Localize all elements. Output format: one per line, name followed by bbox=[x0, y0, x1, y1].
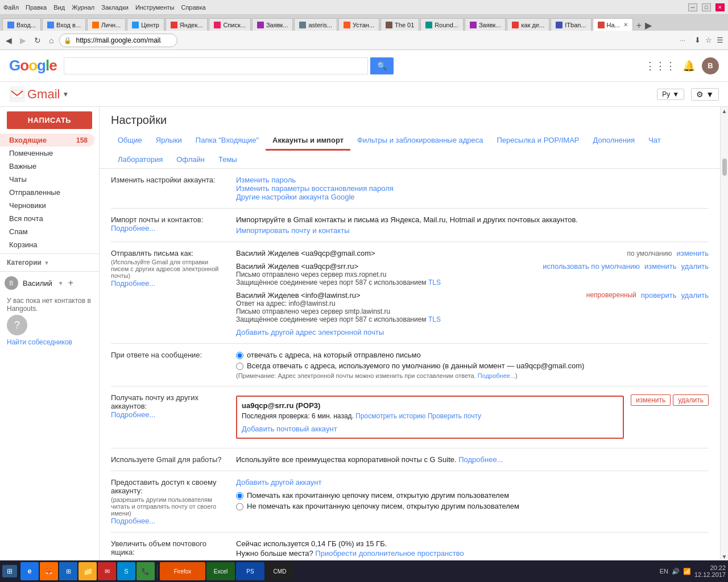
menu-help[interactable]: Справка bbox=[181, 4, 205, 11]
other-google-settings-link[interactable]: Другие настройки аккаунта Google bbox=[236, 193, 355, 201]
change-password-link[interactable]: Изменить пароль bbox=[236, 176, 296, 184]
tab-inbox[interactable]: Папка "Входящие" bbox=[189, 131, 266, 151]
tab-general[interactable]: Общие bbox=[111, 131, 149, 151]
scroll-tabs-right[interactable]: ▶ bbox=[645, 20, 652, 31]
menu-tools[interactable]: Инструменты bbox=[135, 4, 175, 11]
reply-more-link[interactable]: Подробнее... bbox=[478, 372, 515, 379]
browser-tab-4[interactable]: Яндек... bbox=[166, 18, 208, 31]
home-button[interactable]: ⌂ bbox=[47, 35, 56, 46]
tab-themes[interactable]: Темы bbox=[212, 151, 244, 168]
apps-icon[interactable]: ⋮⋮⋮ bbox=[645, 60, 676, 72]
gmail-logo[interactable]: Gmail ▼ bbox=[9, 86, 69, 102]
browser-tab-11[interactable]: Заявк... bbox=[465, 18, 506, 31]
sidebar-item-inbox[interactable]: Входящие 158 bbox=[0, 134, 94, 147]
close-button[interactable]: ✕ bbox=[715, 3, 725, 11]
account-2-default-link[interactable]: использовать по умолчанию bbox=[543, 262, 640, 271]
browser-tab-6[interactable]: Заявк... bbox=[252, 18, 293, 31]
tls-link-2[interactable]: TLS bbox=[428, 278, 441, 286]
search-button[interactable]: 🔍 bbox=[370, 57, 394, 74]
menu-icon[interactable]: ☰ bbox=[715, 35, 725, 45]
compose-button[interactable]: НАПИСАТЬ bbox=[7, 111, 92, 129]
url-bar[interactable] bbox=[59, 34, 177, 47]
language-selector[interactable]: Ру ▼ bbox=[657, 89, 684, 100]
bookmark-star-icon[interactable]: ☆ bbox=[704, 35, 713, 45]
tls-link-3[interactable]: TLS bbox=[428, 315, 441, 323]
tab-close-icon[interactable]: ✕ bbox=[623, 22, 628, 28]
back-button[interactable]: ◀ bbox=[3, 35, 14, 46]
account-3-verify-link[interactable]: проверить bbox=[641, 291, 677, 300]
browser-tab-5[interactable]: Списк... bbox=[209, 18, 251, 31]
browser-tab-9[interactable]: The 01 bbox=[380, 18, 419, 31]
user-avatar[interactable]: В bbox=[702, 57, 719, 74]
sidebar-item-sent[interactable]: Отправленные bbox=[0, 186, 94, 199]
import-action-link[interactable]: Импортировать почту и контакты bbox=[236, 226, 349, 235]
gmail-dropdown-icon[interactable]: ▼ bbox=[62, 90, 69, 98]
scrollbar[interactable]: ▲ ▼ bbox=[720, 107, 728, 560]
receive-change-button[interactable]: изменить bbox=[631, 394, 671, 406]
add-mail-account-link[interactable]: Добавить почтовый аккаунт bbox=[242, 425, 337, 433]
receive-more-link[interactable]: Подробнее... bbox=[111, 410, 155, 419]
tab-chat[interactable]: Чат bbox=[642, 131, 668, 151]
add-email-address-link[interactable]: Добавить другой адрес электронной почты bbox=[236, 328, 384, 336]
send-as-more-link[interactable]: Подробнее... bbox=[111, 279, 155, 288]
settings-gear-button[interactable]: ⚙ ▼ bbox=[691, 88, 719, 101]
sidebar-item-trash[interactable]: Корзина bbox=[0, 238, 94, 251]
tab-addons[interactable]: Дополнения bbox=[586, 131, 642, 151]
account-3-delete-link[interactable]: удалить bbox=[681, 291, 709, 300]
sidebar-item-spam[interactable]: Спам bbox=[0, 225, 94, 238]
add-another-account-link[interactable]: Добавить другой аккаунт bbox=[236, 478, 321, 487]
download-icon[interactable]: ⬇ bbox=[693, 35, 702, 45]
browser-tab-7[interactable]: asteris... bbox=[294, 18, 337, 31]
grant-radio-1-input[interactable] bbox=[236, 492, 243, 500]
add-contact-button[interactable]: + bbox=[68, 278, 73, 288]
browser-tab-0[interactable]: Вход... bbox=[2, 18, 41, 31]
scrollbar-thumb[interactable] bbox=[722, 159, 727, 176]
receive-delete-button[interactable]: удалить bbox=[673, 394, 709, 406]
browser-tab-8[interactable]: Устан... bbox=[338, 18, 379, 31]
check-mail-link[interactable]: Проверить почту bbox=[428, 412, 481, 420]
account-2-change-link[interactable]: изменить bbox=[644, 262, 677, 271]
new-tab-button[interactable]: + bbox=[636, 20, 642, 31]
contact-name[interactable]: Василий bbox=[23, 279, 52, 288]
categories-expand-icon[interactable]: ▼ bbox=[44, 260, 49, 266]
view-history-link[interactable]: Просмотреть историю bbox=[355, 412, 425, 420]
buy-storage-link[interactable]: Приобрести дополнительное пространство bbox=[315, 549, 464, 558]
browser-tab-13[interactable]: ITban... bbox=[551, 18, 591, 31]
scroll-up-button[interactable]: ▲ bbox=[721, 107, 729, 115]
browser-tab-1[interactable]: Вход в... bbox=[42, 18, 86, 31]
tab-filters[interactable]: Фильтры и заблокированные адреса bbox=[350, 131, 490, 151]
forward-button[interactable]: ▶ bbox=[18, 35, 28, 46]
menu-bookmarks[interactable]: Закладки bbox=[101, 4, 129, 11]
browser-tab-14[interactable]: На... ✕ bbox=[593, 18, 633, 31]
grant-access-more-link[interactable]: Подробнее... bbox=[111, 517, 155, 525]
tab-forwarding[interactable]: Пересылка и POP/IMAP bbox=[490, 131, 586, 151]
browser-tab-10[interactable]: Round... bbox=[420, 18, 464, 31]
account-2-delete-link[interactable]: удалить bbox=[681, 262, 709, 271]
grant-radio-2-input[interactable] bbox=[236, 503, 243, 510]
sidebar-item-chats[interactable]: Чаты bbox=[0, 173, 94, 186]
tab-labels[interactable]: Ярлыки bbox=[149, 131, 189, 151]
tab-labs[interactable]: Лаборатория bbox=[111, 151, 169, 168]
import-more-link[interactable]: Подробнее... bbox=[111, 224, 155, 232]
menu-journal[interactable]: Журнал bbox=[72, 4, 94, 11]
change-recovery-link[interactable]: Изменить параметры восстановления пароля bbox=[236, 184, 394, 193]
browser-tab-12[interactable]: как де... bbox=[507, 18, 549, 31]
menu-edit[interactable]: Правка bbox=[26, 4, 47, 11]
sidebar-item-important[interactable]: Важные bbox=[0, 160, 94, 173]
scroll-down-button[interactable]: ▼ bbox=[721, 552, 729, 560]
contact-dropdown-icon[interactable]: ▼ bbox=[58, 280, 64, 286]
work-more-link[interactable]: Подробнее... bbox=[458, 455, 503, 464]
sidebar-item-starred[interactable]: Помеченные bbox=[0, 147, 94, 160]
account-1-change-link[interactable]: изменить bbox=[676, 249, 709, 257]
reply-radio-2-input[interactable] bbox=[236, 363, 243, 370]
refresh-button[interactable]: ↻ bbox=[32, 35, 43, 46]
menu-file[interactable]: Файл bbox=[3, 4, 19, 11]
find-contacts-link[interactable]: Найти собеседников bbox=[7, 338, 72, 346]
reply-radio-1-input[interactable] bbox=[236, 352, 243, 359]
tab-accounts[interactable]: Аккаунты и импорт bbox=[266, 131, 350, 151]
sidebar-item-drafts[interactable]: Черновики bbox=[0, 199, 94, 212]
maximize-button[interactable]: □ bbox=[702, 3, 711, 11]
notifications-icon[interactable]: 🔔 bbox=[682, 60, 695, 72]
search-input[interactable] bbox=[64, 57, 368, 74]
browser-tab-3[interactable]: Центр bbox=[127, 18, 164, 31]
